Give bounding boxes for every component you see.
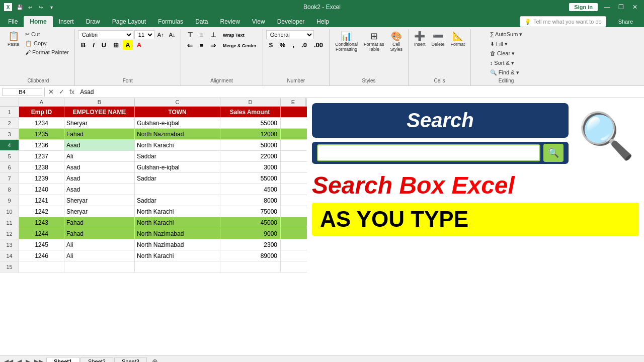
conditional-formatting-button[interactable]: 📊 ConditionalFormatting — [333, 30, 360, 53]
town-cell[interactable]: North Nazimabad — [135, 129, 220, 139]
copy-button[interactable]: 📋 Copy — [23, 39, 71, 48]
cut-button[interactable]: ✂ Cut — [23, 30, 71, 39]
emp-id-cell[interactable]: 1244 — [19, 228, 64, 239]
col-header-e[interactable]: E — [281, 98, 306, 106]
find-button[interactable]: 🔍 Find & ▾ — [488, 68, 525, 77]
town-cell[interactable]: North Karachi — [135, 140, 220, 150]
town-cell[interactable]: North Karachi — [135, 250, 220, 261]
sales-cell[interactable]: 50000 — [220, 140, 281, 150]
header-town[interactable]: TOWN — [135, 107, 220, 117]
sheet-nav-left[interactable]: ◀◀ — [2, 358, 15, 363]
sheet-tab-3[interactable]: Sheet3 — [114, 357, 147, 362]
sheet-tab-1[interactable]: Sheet1 — [46, 357, 79, 362]
add-sheet-button[interactable]: ⊕ — [149, 357, 161, 363]
tab-page-layout[interactable]: Page Layout — [106, 16, 152, 27]
fill-color-button[interactable]: A — [123, 40, 132, 50]
fill-button[interactable]: ⬇ Fill ▾ — [488, 40, 525, 48]
number-format-selector[interactable]: General — [266, 30, 314, 39]
enter-formula-button[interactable]: ✓ — [57, 88, 66, 96]
undo-button[interactable]: ↩ — [26, 3, 35, 12]
emp-id-cell[interactable]: 1240 — [19, 184, 64, 195]
tab-insert[interactable]: Insert — [53, 16, 80, 27]
tab-view[interactable]: View — [246, 16, 271, 27]
emp-id-cell[interactable]: 1236 — [19, 140, 64, 150]
row-15-town[interactable] — [135, 261, 220, 272]
cancel-formula-button[interactable]: ✕ — [47, 88, 55, 96]
sheet-tab-2[interactable]: Sheet2 — [80, 357, 113, 362]
header-emp-id[interactable]: Emp ID — [19, 107, 64, 117]
emp-name-cell[interactable]: Asad — [64, 140, 135, 150]
col-header-c[interactable]: C — [135, 98, 220, 106]
sales-cell[interactable]: 12000 — [220, 129, 281, 139]
emp-name-cell[interactable]: Ali — [64, 151, 135, 161]
sales-cell[interactable]: 22000 — [220, 151, 281, 161]
header-emp-name[interactable]: EMPLOYEE NAME — [64, 107, 135, 117]
town-cell[interactable]: North Karachi — [135, 217, 220, 228]
town-cell[interactable]: Saddar — [135, 195, 220, 206]
emp-id-cell[interactable]: 1238 — [19, 162, 64, 172]
search-input[interactable] — [317, 144, 540, 161]
town-cell[interactable]: Gulshan-e-iqbal — [135, 162, 220, 172]
emp-id-cell[interactable]: 1242 — [19, 206, 64, 217]
town-cell[interactable]: North Nazimabad — [135, 239, 220, 250]
customize-qa-button[interactable]: ▾ — [47, 3, 56, 12]
tab-help[interactable]: Help — [310, 16, 335, 27]
currency-button[interactable]: $ — [266, 40, 276, 50]
search-submit-button[interactable]: 🔍 — [543, 144, 564, 162]
emp-id-cell[interactable]: 1243 — [19, 217, 64, 228]
increase-decimal-button[interactable]: .0 — [298, 40, 310, 50]
close-button[interactable]: ✕ — [630, 3, 640, 11]
formula-input[interactable]: Asad — [78, 88, 642, 96]
align-right-button[interactable]: ⇒ — [207, 41, 219, 50]
sheet-nav-next[interactable]: ▶ — [24, 358, 32, 363]
tab-file[interactable]: File — [2, 16, 24, 27]
tab-draw[interactable]: Draw — [80, 16, 106, 27]
sales-cell[interactable]: 9000 — [220, 228, 281, 239]
format-painter-button[interactable]: 🖌 Format Painter — [23, 48, 71, 56]
sales-cell[interactable]: 8000 — [220, 195, 281, 206]
autosum-button[interactable]: ∑ AutoSum ▾ — [488, 30, 525, 39]
town-cell[interactable]: Saddar — [135, 151, 220, 161]
emp-id-cell[interactable]: 1245 — [19, 239, 64, 250]
font-shrink-button[interactable]: A↓ — [167, 31, 178, 39]
sales-cell[interactable]: 75000 — [220, 206, 281, 217]
town-cell[interactable]: North Nazimabad — [135, 228, 220, 239]
emp-name-cell[interactable]: Asad — [64, 162, 135, 172]
emp-name-cell[interactable]: Fahad — [64, 217, 135, 228]
sales-cell[interactable]: 45000 — [220, 217, 281, 228]
emp-id-cell[interactable]: 1241 — [19, 195, 64, 206]
sales-cell[interactable]: 3000 — [220, 162, 281, 172]
col-header-d[interactable]: D — [220, 98, 281, 106]
sheet-nav-right[interactable]: ▶▶ — [32, 358, 45, 363]
percent-button[interactable]: % — [277, 40, 289, 50]
emp-name-cell[interactable]: Asad — [64, 184, 135, 195]
emp-id-cell[interactable]: 1237 — [19, 151, 64, 161]
align-bottom-button[interactable]: ⊥ — [207, 30, 219, 40]
paste-button[interactable]: 📋 Paste — [5, 30, 22, 48]
sales-cell[interactable]: 89000 — [220, 250, 281, 261]
sheet-nav-prev[interactable]: ◀ — [15, 358, 24, 363]
font-grow-button[interactable]: A↑ — [155, 31, 166, 39]
format-as-table-button[interactable]: ⊞ Format asTable — [361, 30, 387, 53]
header-sales[interactable]: Sales Amount — [220, 107, 281, 117]
minimize-button[interactable]: — — [602, 3, 612, 11]
town-cell[interactable]: North Karachi — [135, 206, 220, 217]
town-cell[interactable]: Gulshan-e-iqbal — [135, 118, 220, 128]
font-name-selector[interactable]: Calibri — [78, 30, 133, 39]
emp-id-cell[interactable]: 1234 — [19, 118, 64, 128]
emp-id-cell[interactable]: 1235 — [19, 129, 64, 139]
font-size-selector[interactable]: 11 — [134, 30, 154, 39]
tab-review[interactable]: Review — [214, 16, 246, 27]
emp-name-cell[interactable]: Asad — [64, 173, 135, 184]
underline-button[interactable]: U — [99, 40, 109, 50]
tab-home[interactable]: Home — [24, 16, 52, 27]
emp-name-cell[interactable]: Fahad — [64, 129, 135, 139]
cell-styles-button[interactable]: 🎨 CellStyles — [388, 30, 406, 53]
sales-cell[interactable]: 2300 — [220, 239, 281, 250]
save-button[interactable]: 💾 — [15, 3, 24, 12]
insert-button[interactable]: ➕ Insert — [412, 30, 428, 48]
format-button[interactable]: 📐 Format — [448, 30, 468, 48]
tab-formulas[interactable]: Formulas — [152, 16, 189, 27]
clear-button[interactable]: 🗑 Clear ▾ — [488, 49, 525, 58]
align-top-button[interactable]: ⊤ — [184, 30, 196, 40]
